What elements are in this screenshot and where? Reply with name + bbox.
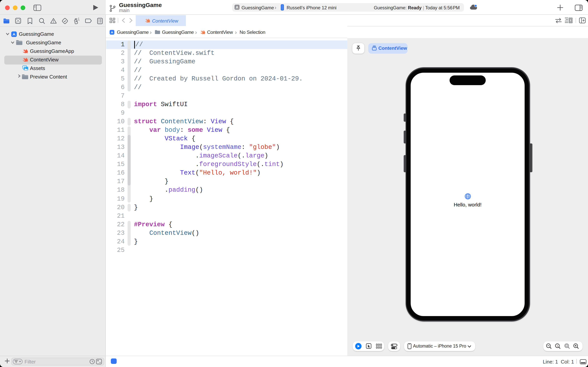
svg-text:1: 1 [557, 344, 558, 347]
